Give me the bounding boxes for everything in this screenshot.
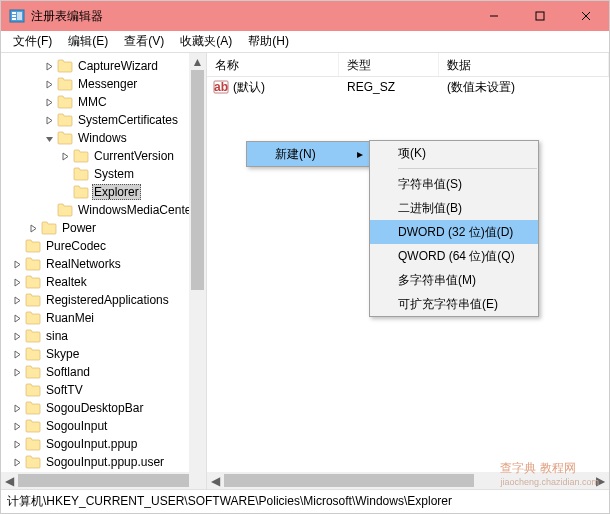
scroll-track[interactable] [189, 70, 206, 472]
folder-icon [25, 329, 41, 343]
tree-item[interactable]: RegisteredApplications [3, 291, 206, 309]
chevron-right-icon[interactable] [43, 114, 55, 126]
menu-item[interactable]: QWORD (64 位)值(Q) [370, 244, 538, 268]
folder-icon [73, 185, 89, 199]
tree-item-label: RuanMei [44, 311, 96, 325]
tree-item[interactable]: WindowsMediaCenter [3, 201, 206, 219]
maximize-button[interactable] [517, 1, 563, 31]
svg-rect-4 [17, 12, 22, 20]
folder-icon [57, 95, 73, 109]
menu-item-new[interactable]: 新建(N) ▸ [247, 142, 369, 166]
scroll-right-icon[interactable]: ▶ [592, 472, 609, 489]
list-body[interactable]: ab (默认) REG_SZ (数值未设置) [207, 77, 609, 97]
tree-item[interactable]: MMC [3, 93, 206, 111]
menu-label: 项(K) [398, 145, 426, 162]
menu-favorites[interactable]: 收藏夹(A) [172, 31, 240, 52]
chevron-right-icon[interactable] [43, 60, 55, 72]
titlebar[interactable]: 注册表编辑器 [1, 1, 609, 31]
chevron-right-icon[interactable] [11, 312, 23, 324]
tree-scrollbar-horizontal[interactable]: ◀ ▶ [1, 472, 189, 489]
list-scrollbar-horizontal[interactable]: ◀ ▶ [207, 472, 609, 489]
chevron-right-icon[interactable] [11, 294, 23, 306]
tree-item[interactable]: sina [3, 327, 206, 345]
scroll-up-icon[interactable]: ▲ [189, 53, 206, 70]
menu-item[interactable]: 二进制值(B) [370, 196, 538, 220]
context-submenu-new: 项(K)字符串值(S)二进制值(B)DWORD (32 位)值(D)QWORD … [369, 140, 539, 317]
tree-scrollbar-vertical[interactable]: ▲ ▼ [189, 53, 206, 489]
list-row[interactable]: ab (默认) REG_SZ (数值未设置) [207, 77, 609, 97]
folder-icon [25, 383, 41, 397]
menubar: 文件(F) 编辑(E) 查看(V) 收藏夹(A) 帮助(H) [1, 31, 609, 53]
chevron-right-icon[interactable] [59, 150, 71, 162]
tree-item[interactable]: SogouInput.ppup.user [3, 453, 206, 471]
tree-item[interactable]: SystemCertificates [3, 111, 206, 129]
chevron-right-icon[interactable] [11, 258, 23, 270]
menu-item[interactable]: 多字符串值(M) [370, 268, 538, 292]
chevron-right-icon[interactable] [27, 222, 39, 234]
submenu-arrow-icon: ▸ [357, 147, 363, 161]
tree-item[interactable]: Messenger [3, 75, 206, 93]
menu-label: 二进制值(B) [398, 200, 462, 217]
chevron-right-icon[interactable] [43, 78, 55, 90]
scroll-thumb[interactable] [18, 474, 198, 487]
tree-item-label: SystemCertificates [76, 113, 180, 127]
scroll-track[interactable] [224, 472, 592, 489]
scroll-left-icon[interactable]: ◀ [207, 472, 224, 489]
menu-file[interactable]: 文件(F) [5, 31, 60, 52]
chevron-right-icon[interactable] [11, 402, 23, 414]
chevron-right-icon[interactable] [43, 96, 55, 108]
chevron-right-icon[interactable] [11, 456, 23, 468]
menu-item[interactable]: DWORD (32 位)值(D) [370, 220, 538, 244]
tree-item[interactable]: SogouInput.ppup [3, 435, 206, 453]
scroll-thumb[interactable] [224, 474, 474, 487]
chevron-right-icon [59, 168, 71, 180]
tree-item[interactable]: RealNetworks [3, 255, 206, 273]
svg-rect-2 [12, 15, 16, 17]
menu-item[interactable]: 可扩充字符串值(E) [370, 292, 538, 316]
scroll-track[interactable] [18, 472, 172, 489]
folder-icon [41, 221, 57, 235]
registry-tree[interactable]: CaptureWizardMessengerMMCSystemCertifica… [1, 53, 206, 475]
tree-item[interactable]: SogouDesktopBar [3, 399, 206, 417]
menu-edit[interactable]: 编辑(E) [60, 31, 116, 52]
tree-item[interactable]: Realtek [3, 273, 206, 291]
chevron-right-icon[interactable] [11, 330, 23, 342]
menu-help[interactable]: 帮助(H) [240, 31, 297, 52]
folder-icon [25, 365, 41, 379]
menu-label: 可扩充字符串值(E) [398, 296, 498, 313]
tree-item[interactable]: RuanMei [3, 309, 206, 327]
tree-item[interactable]: CurrentVersion [3, 147, 206, 165]
close-button[interactable] [563, 1, 609, 31]
tree-item[interactable]: Skype [3, 345, 206, 363]
chevron-right-icon[interactable] [11, 438, 23, 450]
minimize-button[interactable] [471, 1, 517, 31]
tree-item-label: Explorer [92, 184, 141, 200]
tree-item-label: Power [60, 221, 98, 235]
folder-icon [57, 59, 73, 73]
tree-item[interactable]: CaptureWizard [3, 57, 206, 75]
scroll-thumb[interactable] [191, 70, 204, 290]
column-name[interactable]: 名称 [207, 53, 339, 76]
tree-item[interactable]: Explorer [3, 183, 206, 201]
menu-item[interactable]: 字符串值(S) [370, 172, 538, 196]
tree-item-label: Messenger [76, 77, 139, 91]
chevron-right-icon[interactable] [11, 420, 23, 432]
folder-icon [25, 437, 41, 451]
tree-item[interactable]: Softland [3, 363, 206, 381]
tree-item[interactable]: Power [3, 219, 206, 237]
chevron-right-icon[interactable] [11, 276, 23, 288]
chevron-right-icon[interactable] [11, 348, 23, 360]
chevron-right-icon[interactable] [11, 366, 23, 378]
tree-item[interactable]: SoftTV [3, 381, 206, 399]
menu-item[interactable]: 项(K) [370, 141, 538, 165]
column-data[interactable]: 数据 [439, 53, 609, 76]
menu-view[interactable]: 查看(V) [116, 31, 172, 52]
scroll-left-icon[interactable]: ◀ [1, 472, 18, 489]
tree-item-label: WindowsMediaCenter [76, 203, 197, 217]
tree-item[interactable]: SogouInput [3, 417, 206, 435]
tree-item[interactable]: PureCodec [3, 237, 206, 255]
tree-item[interactable]: System [3, 165, 206, 183]
column-type[interactable]: 类型 [339, 53, 439, 76]
chevron-down-icon[interactable] [43, 132, 55, 144]
tree-item[interactable]: Windows [3, 129, 206, 147]
